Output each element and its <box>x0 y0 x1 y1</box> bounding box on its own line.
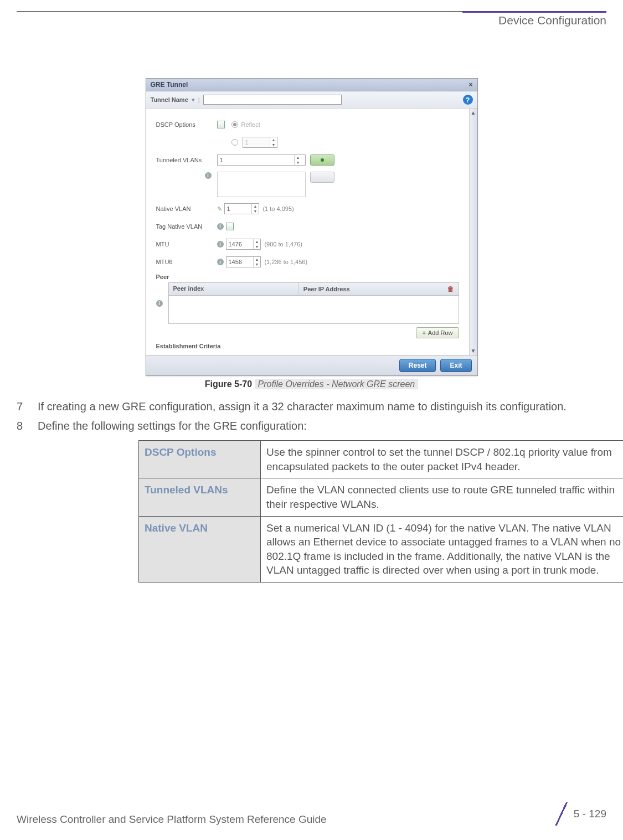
page-divider-icon <box>554 802 568 826</box>
trash-icon[interactable]: 🗑 <box>447 285 454 293</box>
peer-section-label: Peer <box>156 274 459 280</box>
add-row-label: Add Row <box>428 329 453 336</box>
mtu6-input[interactable] <box>226 257 253 267</box>
native-vlan-input[interactable] <box>225 204 251 214</box>
dscp-options-label: DSCP Options <box>156 121 217 128</box>
table-row: Native VLAN Set a numerical VLAN ID (1 -… <box>139 516 624 583</box>
spinner-up-icon[interactable]: ▲ <box>254 239 261 244</box>
step-7-number: 7 <box>17 399 28 414</box>
establishment-criteria-label: Establishment Criteria <box>156 343 459 349</box>
scroll-down-icon[interactable]: ▼ <box>471 348 476 354</box>
mtu6-label: MTU6 <box>156 259 217 265</box>
help-icon[interactable]: ? <box>463 95 473 105</box>
reflect-radio-label: Reflect <box>241 121 260 128</box>
plus-icon: + <box>422 329 425 336</box>
dscp-value-radio[interactable] <box>231 139 238 146</box>
step-7-text: If creating a new GRE configuration, ass… <box>38 399 567 414</box>
table-row: Tunneled VLANs Define the VLAN connected… <box>139 478 624 516</box>
step-8-text: Define the following settings for the GR… <box>38 419 307 434</box>
tunnel-name-input[interactable] <box>203 95 342 105</box>
info-icon: i <box>217 259 224 265</box>
spinner-up-icon[interactable]: ▲ <box>252 204 259 209</box>
mtu-input[interactable] <box>226 239 253 249</box>
mtu6-spinner[interactable]: ▲▼ <box>226 256 261 267</box>
info-icon: i <box>205 172 212 179</box>
figure-number: Figure 5-70 <box>205 379 252 389</box>
spinner-up-icon[interactable]: ▲ <box>254 257 261 262</box>
doc-title: Wireless Controller and Service Platform… <box>17 813 327 826</box>
dropdown-icon[interactable]: ▾ <box>192 96 195 104</box>
add-vlan-button[interactable] <box>310 154 334 166</box>
dscp-spinner[interactable]: ▲▼ <box>243 137 278 148</box>
info-icon: i <box>156 300 163 307</box>
mtu6-hint: (1,236 to 1,456) <box>264 259 307 265</box>
tunneled-vlans-list[interactable] <box>217 172 306 197</box>
page-number: 5 - 129 <box>574 808 606 820</box>
mtu-hint: (900 to 1,476) <box>264 241 302 248</box>
page-footer: Wireless Controller and Service Platform… <box>17 802 606 826</box>
vertical-scrollbar[interactable]: ▲ ▼ <box>469 109 477 355</box>
dscp-term: DSCP Options <box>139 441 261 478</box>
tunneled-vlans-spinner[interactable]: ▲▼ <box>217 154 306 166</box>
step-7: 7 If creating a new GRE configuration, a… <box>17 399 606 414</box>
close-icon[interactable]: × <box>468 81 472 89</box>
native-desc: Set a numerical VLAN ID (1 - 4094) for t… <box>261 516 624 583</box>
spinner-down-icon[interactable]: ▼ <box>254 262 261 267</box>
add-row-button[interactable]: + Add Row <box>416 327 459 338</box>
reflect-radio[interactable] <box>231 121 238 128</box>
spinner-up-icon[interactable]: ▲ <box>295 155 302 160</box>
figure-caption: Figure 5-70 Profile Overrides - Network … <box>146 379 478 389</box>
tunneled-vlans-label: Tunneled VLANs <box>156 157 217 163</box>
scroll-up-icon[interactable]: ▲ <box>471 110 476 116</box>
step-8: 8 Define the following settings for the … <box>17 419 606 434</box>
mtu-spinner[interactable]: ▲▼ <box>226 239 261 250</box>
tag-native-vlan-row: Tag Native VLAN i <box>156 220 459 233</box>
figure-screenshot: GRE Tunnel × Tunnel Name ▾ | ? DSCP Opti… <box>146 78 478 389</box>
tunneled-vlans-row: Tunneled VLANs ▲▼ <box>156 154 459 166</box>
native-vlan-row: Native VLAN ✎ ▲▼ (1 to 4,095) <box>156 203 459 215</box>
native-vlan-spinner[interactable]: ▲▼ <box>224 203 260 214</box>
window-titlebar: GRE Tunnel × <box>146 79 477 91</box>
spinner-up-icon[interactable]: ▲ <box>270 137 277 142</box>
tunnel-name-label: Tunnel Name <box>151 96 188 103</box>
exit-button[interactable]: Exit <box>440 359 471 372</box>
step-8-number: 8 <box>17 419 28 434</box>
reset-button[interactable]: Reset <box>399 359 436 372</box>
gre-tunnel-window: GRE Tunnel × Tunnel Name ▾ | ? DSCP Opti… <box>146 78 478 376</box>
tunnel-name-bar: Tunnel Name ▾ | ? <box>146 91 477 109</box>
mtu6-row: MTU6 i ▲▼ (1,236 to 1,456) <box>156 256 459 268</box>
header-section: Device Configuration <box>498 14 606 27</box>
remove-vlan-button[interactable] <box>310 172 334 183</box>
peer-index-header: Peer index <box>169 283 299 295</box>
tunneled-term: Tunneled VLANs <box>139 478 261 516</box>
dscp-spinner-input[interactable] <box>243 137 270 147</box>
definitions-table: DSCP Options Use the spinner control to … <box>138 440 623 583</box>
tunneled-desc: Define the VLAN connected clients use to… <box>261 478 624 516</box>
mtu-label: MTU <box>156 241 217 248</box>
dialog-footer: Reset Exit <box>146 355 477 375</box>
dscp-checkbox[interactable] <box>217 121 225 128</box>
native-vlan-label: Native VLAN <box>156 205 217 212</box>
peer-table-body[interactable] <box>169 296 459 323</box>
spinner-down-icon[interactable]: ▼ <box>252 209 259 214</box>
peer-table: Peer index Peer IP Address 🗑 <box>168 282 459 324</box>
dscp-desc: Use the spinner control to set the tunne… <box>261 441 624 478</box>
spinner-down-icon[interactable]: ▼ <box>270 142 277 147</box>
spinner-down-icon[interactable]: ▼ <box>295 160 302 165</box>
table-row: DSCP Options Use the spinner control to … <box>139 441 624 478</box>
tunneled-vlans-input[interactable] <box>218 155 294 165</box>
native-vlan-hint: (1 to 4,095) <box>262 205 294 212</box>
figure-caption-text: Profile Overrides - Network GRE screen <box>255 379 419 389</box>
native-term: Native VLAN <box>139 516 261 583</box>
edit-icon[interactable]: ✎ <box>217 205 222 213</box>
peer-ip-header: Peer IP Address <box>303 286 350 292</box>
info-icon: i <box>217 241 224 248</box>
info-icon: i <box>217 223 224 230</box>
mtu-row: MTU i ▲▼ (900 to 1,476) <box>156 238 459 250</box>
dscp-options-row: DSCP Options Reflect <box>156 118 459 131</box>
window-title: GRE Tunnel <box>151 81 188 89</box>
tag-native-vlan-label: Tag Native VLAN <box>156 223 217 230</box>
tag-native-vlan-checkbox[interactable] <box>226 223 234 230</box>
spinner-down-icon[interactable]: ▼ <box>254 244 261 249</box>
